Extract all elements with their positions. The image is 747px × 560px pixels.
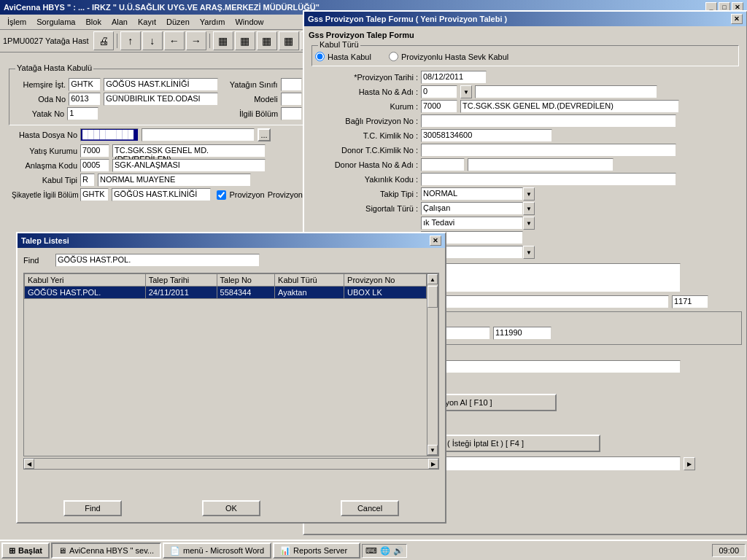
patient-file-name-field[interactable] [142,128,255,141]
donor-tc-field[interactable] [421,144,676,157]
menu-alan[interactable]: Alan [107,16,132,28]
donor-hasta-field[interactable] [421,158,465,171]
patient-file-field[interactable]: █████████ [80,128,139,141]
takip-row: Takip Tipi : NORMAL ▼ [309,187,742,201]
talep-title: Talep Listesi [21,236,69,245]
scroll-thumb[interactable] [427,286,438,308]
toolbar-btn-d[interactable]: ▦ [279,31,299,50]
sigortali-dropdown-arrow[interactable]: ▼ [523,202,535,215]
table-row[interactable]: GÖĞÜS HAST.POL.24/11/20115584344AyaktanU… [25,287,427,299]
talep-buttons: Find OK Cancel [18,500,445,516]
toolbar-btn-left[interactable]: ← [164,31,185,50]
hasta-name-field[interactable] [475,85,657,98]
taskbar-app-3[interactable]: 📊 Reports Server [273,542,360,559]
gss-title: Gss Provizyon Talep Formu ( Yeni Provizy… [308,15,507,23]
provizyon-label: Provizyon [229,190,264,199]
tc-kimlik-field[interactable]: 30058134600 [421,129,552,142]
gss-close-btn[interactable]: ✕ [731,14,743,24]
additional-dropdown1[interactable]: ▼ [523,217,535,230]
toolbar-btn-down[interactable]: ↓ [142,31,163,50]
complaint-code-field[interactable]: GHTK [80,188,109,201]
taskbar-app-2[interactable]: 📄 menü - Microsoft Word [163,542,271,559]
menu-kayit[interactable]: Kayıt [133,16,160,28]
hosp-org-code-field[interactable]: 7000 [80,144,109,158]
menu-islem[interactable]: İşlem [3,16,31,28]
model-field[interactable] [281,93,302,106]
complaint-name-field[interactable]: GÖĞÜS HAST.KLİNİĞİ [112,188,211,201]
bed-number-field[interactable]: 1 [67,107,98,120]
toolbar-btn-right[interactable]: → [186,31,206,50]
cancel-btn[interactable]: Cancel [341,500,399,516]
bagli-field[interactable] [421,114,676,128]
nurse-name-field[interactable]: GÖĞÜS HAST.KLİNİĞİ [104,78,217,91]
toolbar-btn-a[interactable]: ▦ [213,31,233,50]
hosp-org-name-field[interactable]: TC.SGK.SSK GENEL MD.(DEVREDİLEN) [112,144,266,158]
agreement-name-field[interactable]: SGK-ANLAŞMASI [112,159,266,172]
room-row: Oda No 6013 GÜNÜBIRLIK TED.ODASI Modeli [12,93,302,106]
menu-duzen[interactable]: Düzen [162,16,194,28]
table-cell-talep_no: 5584344 [217,287,275,299]
hasta-no-field[interactable]: 0 [421,85,457,98]
field-1171-value[interactable]: 1171 [672,295,708,308]
field-1171-area[interactable] [421,295,669,308]
toolbar-btn-1[interactable]: 🖨 [93,31,114,50]
agreement-code-field[interactable]: 0005 [80,159,109,172]
nurse-code-field[interactable]: GHTK [69,78,101,91]
room-name-field[interactable]: GÜNÜBIRLIK TED.ODASI [104,93,217,106]
takip-dropdown-arrow[interactable]: ▼ [523,187,535,201]
yakinlik-field[interactable] [421,173,676,186]
start-button[interactable]: ⊞ Başlat [1,542,50,559]
scroll-up-arrow[interactable]: ▲ [427,274,438,284]
h-scroll-right[interactable]: ▶ [428,459,438,469]
donor-hasta-name-field[interactable] [468,158,614,171]
provizyon-checkbox[interactable] [217,190,226,200]
takip-field[interactable]: NORMAL [421,187,523,201]
scroll-down-arrow[interactable]: ▼ [427,445,438,455]
sigortali-field[interactable]: Çalışan [421,202,523,215]
bottom-dropdown[interactable]: ▶ [684,457,695,470]
tray-icon-1: ⌨ [365,546,377,556]
menu-blok[interactable]: Blok [81,16,105,28]
toolbar-btn-c[interactable]: ▦ [257,31,277,50]
system-tray: ⌨ 🌐 🔊 [362,544,407,558]
kurum-code-field[interactable]: 7000 [421,100,457,113]
talep-table: Kabul Yeri Talep Tarihi Talep No Kabul T… [24,273,427,299]
toolbar-btn-b[interactable]: ▦ [235,31,255,50]
menu-yardim[interactable]: Yardım [196,16,230,28]
table-cell-provizyon_no: UBOX LK [344,287,427,299]
room-code-field[interactable]: 6013 [69,93,101,106]
additional-dropdown3[interactable]: ▼ [523,246,535,259]
patient-file-btn[interactable]: ... [258,128,271,141]
talep-close-btn[interactable]: ✕ [430,236,441,246]
radio-provizyonlu[interactable] [389,52,398,61]
bed-class-field[interactable] [281,78,302,91]
admission-code-field[interactable]: R [80,174,95,187]
menu-sorgulama[interactable]: Sorgulama [32,16,80,28]
sigortali-row: Sigortalı Türü : Çalışan ▼ [309,202,742,215]
bed-row: Yatak No 1 İlgili Bölüm [12,107,302,120]
talep-win-controls: ✕ [430,236,441,246]
kurum-name-field[interactable]: TC.SGK.SSK GENEL MD.(DEVREDİLEN) [460,100,679,113]
talep-find-field[interactable]: GÖĞÜS HAST.POL. [55,254,260,267]
find-btn[interactable]: Find [63,500,122,516]
donor-hasta-label: Donor Hasta No & Adı : [309,160,418,169]
additional-field1[interactable]: ık Tedavi [421,217,523,230]
h-scroll-left[interactable]: ◀ [24,459,34,469]
clock-time: 09:00 [719,546,739,555]
taskbar-app-1[interactable]: 🖥 AviCenna HBYS " sev... [51,542,161,559]
radio-hasta-kabul[interactable] [315,52,325,61]
provizyon-date-field[interactable]: 08/12/2011 [421,71,487,84]
app-2-label: menü - Microsoft Word [183,546,264,555]
menu-window[interactable]: Window [231,16,268,28]
toolbar-btn-up[interactable]: ↑ [120,31,141,50]
talep-scrollbar[interactable]: ▲ ▼ [427,273,438,456]
app-3-label: Reports Server [293,546,347,555]
patient-file-label: Hasta Dosya No [12,131,77,139]
bed-label: Yatak No [12,109,64,118]
hasta-no-dropdown[interactable]: ▼ [460,85,472,98]
ok-btn[interactable]: OK [202,500,260,516]
admission-row: Kabul Tipi R NORMAL MUAYENE [12,174,303,187]
admission-name-field[interactable]: NORMAL MUAYENE [98,174,251,187]
tescil-value-field[interactable]: 111990 [493,327,551,340]
dept-field[interactable] [281,107,302,120]
